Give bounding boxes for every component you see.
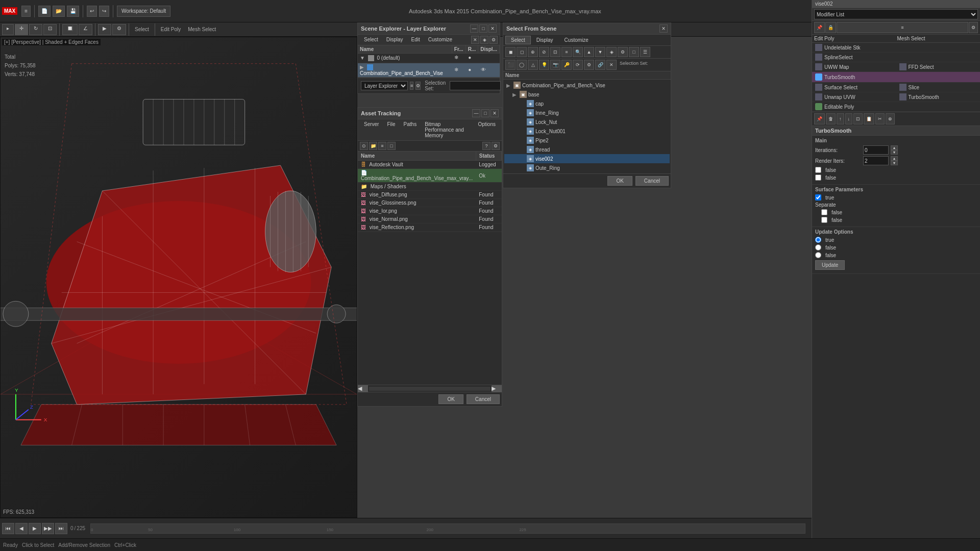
turbos-render-down[interactable]: ▼ — [891, 161, 898, 165]
mod-editable-poly[interactable]: Editable Poly — [812, 102, 980, 112]
save-btn[interactable]: 💾 — [67, 6, 79, 17]
asset-tb-4[interactable]: □ — [387, 142, 396, 150]
scene-explorer-close[interactable]: × — [488, 24, 497, 33]
scene-icon-1[interactable]: ✕ — [471, 36, 479, 44]
modifier-list-dropdown[interactable]: Modifier List — [814, 9, 978, 19]
mod-ffd[interactable]: FFD Select — [896, 62, 981, 71]
sel-tb-6[interactable]: ≡ — [561, 47, 572, 57]
redo-btn[interactable]: ↪ — [99, 6, 109, 17]
table-row[interactable]: ▶ Combination_Pipe_and_Bench_Vise ❄ ● 👁 — [358, 63, 500, 78]
select-cancel-button[interactable]: Cancel — [635, 176, 669, 186]
sel-tb-1[interactable]: ◼ — [505, 47, 516, 57]
play-btn[interactable]: ▶ — [29, 523, 41, 534]
sel-tb-7[interactable]: 🔍 — [573, 47, 583, 57]
filter-3[interactable]: △ — [528, 60, 538, 70]
tab-display[interactable]: Display — [531, 36, 559, 44]
prev-frame-btn[interactable]: ◀ — [15, 523, 28, 534]
list-item[interactable]: 🖼 vise_Normal.png Found — [358, 215, 502, 223]
mod-show-all-btn[interactable]: ≡ — [837, 22, 968, 33]
go-end-btn[interactable]: ⏭ — [55, 523, 67, 534]
list-item[interactable]: 📄 Combination_Pipe_and_Bench_Vise_max_vr… — [358, 169, 502, 183]
turbos-always-radio[interactable] — [815, 237, 821, 243]
mod-config-btn[interactable]: ⚙ — [969, 22, 978, 33]
tab-select[interactable]: Select — [505, 36, 531, 44]
sel-tb-4[interactable]: ⊘ — [539, 47, 549, 57]
filter-6[interactable]: 🔑 — [561, 60, 572, 70]
mod-surface[interactable]: Surface Select — [812, 83, 896, 92]
sel-tb-2[interactable]: ◻ — [517, 47, 527, 57]
filter-5[interactable]: 📷 — [550, 60, 560, 70]
new-btn[interactable]: 📄 — [38, 6, 51, 17]
disp-icon-1[interactable]: 👁 — [481, 67, 488, 74]
scene-menu-display[interactable]: Display — [382, 36, 407, 44]
mod-pin-btn[interactable]: 📌 — [814, 22, 825, 33]
asset-menu-options[interactable]: Options — [474, 120, 500, 139]
asset-menu-bitmap[interactable]: Bitmap Performance and Memory — [421, 120, 474, 139]
workspace-dropdown[interactable]: Workspace: Default — [117, 6, 170, 17]
mod-uwvmap[interactable]: UWW Map — [812, 62, 896, 71]
tree-item-lock-nut001[interactable]: ◈ Lock_Nut001 — [504, 127, 670, 136]
scene-icon-2[interactable]: ◈ — [480, 36, 488, 44]
asset-hscroll[interactable]: ◀ ▶ — [358, 385, 502, 392]
snap-btn[interactable]: 🔲 — [62, 24, 78, 35]
select-from-scene-close[interactable]: × — [659, 24, 668, 33]
asset-menu-paths[interactable]: Paths — [400, 120, 421, 139]
turbos-iterations-input[interactable] — [863, 145, 889, 155]
tree-item-base[interactable]: ▶ ▣ base — [504, 90, 670, 99]
mod-lock-btn[interactable]: 🔒 — [825, 22, 836, 33]
selection-set-input[interactable] — [450, 81, 501, 90]
mod-expand-btn[interactable]: ⊕ — [886, 113, 895, 124]
sel-tb-5[interactable]: ⊡ — [550, 47, 560, 57]
filter-7[interactable]: ⟳ — [573, 60, 583, 70]
open-btn[interactable]: 📂 — [53, 6, 65, 17]
turbos-render-up[interactable]: ▲ — [891, 156, 898, 161]
tree-item-pipe2[interactable]: ◈ Pipe2 — [504, 136, 670, 145]
filter-close[interactable]: ✕ — [606, 60, 617, 70]
mod-paste-btn[interactable]: 📋 — [864, 113, 874, 124]
asset-tb-settings[interactable]: ⚙ — [492, 142, 500, 150]
timeline-track[interactable]: 0 50 100 150 200 225 — [90, 523, 805, 534]
turbos-iter-down[interactable]: ▼ — [891, 150, 898, 155]
turbos-iter-up[interactable]: ▲ — [891, 145, 898, 150]
mod-down-btn[interactable]: ↓ — [845, 113, 853, 124]
turbos-manually-radio[interactable] — [815, 252, 821, 258]
go-start-btn[interactable]: ⏮ — [2, 523, 14, 534]
mod-copy-btn[interactable]: ⊡ — [853, 113, 863, 124]
scene-explorer-minimize[interactable]: — — [470, 24, 478, 33]
select-mode-btn[interactable]: ▸ — [2, 24, 14, 35]
asset-tb-1[interactable]: ⊙ — [360, 142, 368, 150]
layer-icon-2[interactable]: ⚙ — [415, 82, 421, 90]
render-setup-btn[interactable]: ⚙ — [112, 24, 126, 35]
sel-tb-10[interactable]: ◈ — [606, 47, 617, 57]
sel-tb-11[interactable]: ⚙ — [618, 47, 628, 57]
ok-button[interactable]: OK — [438, 394, 463, 404]
hscroll-right[interactable]: ▶ — [492, 385, 502, 392]
tree-item-inne-ring[interactable]: ◈ Inne_Ring — [504, 108, 670, 117]
mod-up-btn[interactable]: ↑ — [837, 113, 844, 124]
turbos-smoothing-cb[interactable] — [821, 217, 827, 223]
select-ok-button[interactable]: OK — [607, 176, 632, 186]
angle-snap-btn[interactable]: ∠ — [79, 24, 92, 35]
sel-tb-8[interactable]: ▲ — [584, 47, 594, 57]
mod-pin2-btn[interactable]: 📌 — [814, 113, 825, 124]
turbos-update-btn[interactable]: Update — [815, 260, 845, 270]
mod-row-undeletable[interactable]: Undeletable Stk — [812, 43, 980, 53]
scene-menu-edit[interactable]: Edit — [407, 36, 424, 44]
turbos-explicit-cb[interactable] — [815, 174, 821, 181]
mod-cut-btn[interactable]: ✂ — [875, 113, 885, 124]
filter-2[interactable]: ◯ — [517, 60, 527, 70]
scene-icon-3[interactable]: ⚙ — [489, 36, 498, 44]
hscroll-left[interactable]: ◀ — [358, 385, 368, 392]
turbos-render-iters-input[interactable] — [863, 156, 889, 165]
mod-ts2[interactable]: TurboSmooth — [896, 92, 981, 102]
next-frame-btn[interactable]: ▶▶ — [42, 523, 54, 534]
sel-tb-13[interactable]: ☰ — [640, 47, 650, 57]
render-icon-0[interactable]: ● — [468, 55, 475, 62]
rotate-btn[interactable]: ↻ — [29, 24, 42, 35]
cancel-button[interactable]: Cancel — [467, 394, 500, 404]
asset-close[interactable]: × — [491, 109, 499, 117]
asset-menu-file[interactable]: File — [383, 120, 399, 139]
mod-unwrap[interactable]: Unwrap UVW — [812, 92, 896, 102]
tree-item-thread[interactable]: ◈ thread — [504, 145, 670, 154]
freeze-icon-0[interactable]: ❄ — [454, 55, 461, 62]
